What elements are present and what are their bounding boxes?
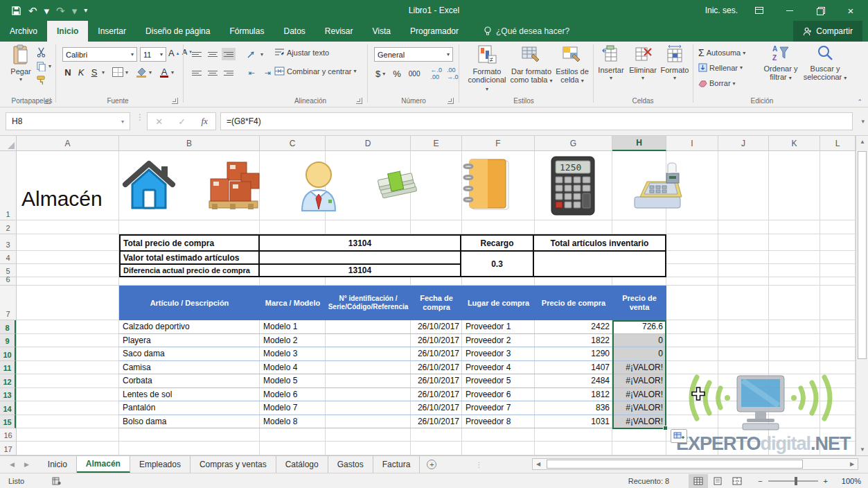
tab-diseno[interactable]: Diseño de página — [136, 21, 220, 42]
summary-value-valor-estimado[interactable] — [258, 250, 461, 265]
orientation-dropdown-icon[interactable]: ▾ — [260, 51, 263, 58]
row-header-17[interactable]: 17 — [0, 442, 16, 455]
expand-formula-bar-icon[interactable]: ▾ — [861, 118, 865, 125]
summary-value-diferencia[interactable]: 13104 — [258, 263, 461, 277]
formula-input[interactable]: =(G8*F4) — [220, 112, 853, 130]
vertical-scrollbar[interactable]: ▲ ▼ — [856, 136, 868, 455]
cell-articulo[interactable]: Bolso dama — [119, 415, 260, 428]
header-precio-venta[interactable]: Precio de venta — [612, 286, 666, 320]
format-painter-icon[interactable] — [36, 75, 46, 85]
page-break-view-icon[interactable] — [727, 474, 747, 488]
borders-icon[interactable] — [112, 67, 123, 77]
row-header-13[interactable]: 13 — [0, 388, 16, 402]
percent-button[interactable]: % — [393, 69, 401, 79]
sheet-tab-inicio[interactable]: Inicio — [39, 456, 77, 473]
column-header-I[interactable]: I — [666, 136, 718, 151]
cell-articulo[interactable]: Pantalón — [119, 401, 260, 415]
grow-font-button[interactable]: A▴ — [168, 48, 179, 58]
copy-dropdown-icon[interactable]: ▾ — [48, 63, 51, 69]
cell-precio-compra[interactable]: 1407 — [535, 361, 612, 374]
table-row[interactable]: Corbata Modelo 5 26/10/2017 Proveedor 5 … — [119, 374, 666, 388]
scroll-right-icon[interactable]: ▶ — [847, 461, 858, 467]
cash-register-icon[interactable] — [630, 158, 687, 212]
cell-identificacion[interactable] — [326, 334, 411, 347]
borders-dropdown-icon[interactable]: ▾ — [125, 69, 128, 76]
tab-datos[interactable]: Datos — [274, 21, 315, 42]
find-select-button[interactable]: Buscar y seleccionar ▾ — [802, 44, 848, 82]
row-header-9[interactable]: 9 — [0, 334, 16, 348]
zoom-percentage[interactable]: 100% — [833, 477, 861, 485]
sheet-tab-compras[interactable]: Compras y ventas — [191, 456, 276, 473]
recargo-value[interactable]: 0.3 — [460, 250, 534, 277]
row-header-4[interactable]: 4 — [0, 251, 16, 264]
macro-record-icon[interactable] — [52, 477, 61, 485]
table-row[interactable]: Lentes de sol Modelo 6 26/10/2017 Provee… — [119, 388, 666, 402]
row-header-10[interactable]: 10 — [0, 347, 16, 361]
inventario-value[interactable] — [533, 250, 666, 277]
tab-vista[interactable]: Vista — [363, 21, 400, 42]
conditional-formatting-button[interactable]: ≠ Formato condicional ▾ — [466, 44, 508, 94]
row-header-7[interactable]: 7 — [0, 286, 16, 320]
undo-dropdown-icon[interactable]: ▾ — [44, 6, 50, 16]
summary-value-total-compra[interactable]: 13104 — [258, 234, 461, 252]
recargo-label[interactable]: Recargo — [460, 234, 534, 252]
table-row[interactable]: Bolso dama Modelo 8 26/10/2017 Proveedor… — [119, 415, 666, 429]
merge-dropdown-icon[interactable]: ▾ — [354, 68, 357, 74]
table-row[interactable]: Calzado deportivo Modelo 1 26/10/2017 Pr… — [119, 320, 666, 334]
row-header-2[interactable]: 2 — [0, 220, 16, 234]
cell-identificacion[interactable] — [326, 361, 411, 374]
summary-label-valor-estimado[interactable]: Valor total estimado artículos — [119, 250, 260, 265]
save-icon[interactable] — [11, 6, 21, 16]
cell-lugar[interactable]: Proveedor 8 — [462, 415, 535, 428]
cell-identificacion[interactable] — [326, 320, 411, 333]
align-top-icon[interactable] — [190, 48, 204, 60]
name-box[interactable]: H8 ▾ — [6, 112, 130, 130]
zoom-in-button[interactable]: + — [824, 477, 828, 485]
row-header-6[interactable]: 6 — [0, 277, 16, 286]
page-layout-view-icon[interactable] — [708, 474, 727, 488]
next-sheet-icon[interactable]: ▶ — [24, 461, 29, 468]
row-header-3[interactable]: 3 — [0, 234, 16, 251]
font-name-select[interactable]: Calibri▾ — [62, 47, 137, 62]
column-header-C[interactable]: C — [260, 136, 326, 151]
cell-lugar[interactable]: Proveedor 5 — [462, 374, 535, 387]
sheet-tab-factura[interactable]: Factura — [373, 456, 420, 473]
cut-icon[interactable] — [36, 47, 46, 58]
cell-precio-compra[interactable]: 2484 — [535, 374, 612, 387]
column-header-J[interactable]: J — [718, 136, 769, 151]
scroll-down-icon[interactable]: ▼ — [856, 444, 868, 455]
vertical-scroll-thumb[interactable] — [858, 151, 867, 359]
cancel-formula-icon[interactable]: ✕ — [155, 116, 163, 127]
font-color-dropdown-icon[interactable]: ▾ — [171, 69, 174, 76]
restore-button[interactable] — [811, 3, 829, 17]
column-header-D[interactable]: D — [326, 136, 411, 151]
customize-qat-icon[interactable]: ▾ — [84, 7, 87, 14]
cell-precio-compra[interactable]: 1812 — [535, 388, 612, 401]
tab-programador[interactable]: Programador — [400, 21, 468, 42]
cell-precio-compra[interactable]: 1290 — [535, 347, 612, 360]
row-header-16[interactable]: 16 — [0, 428, 16, 442]
cell-lugar[interactable]: Proveedor 6 — [462, 388, 535, 401]
clipboard-dialog-launcher[interactable] — [44, 98, 51, 104]
select-all-corner[interactable] — [0, 136, 17, 151]
cell-fecha[interactable]: 26/10/2017 — [411, 374, 462, 387]
sheet-title-cell[interactable]: Almacén — [21, 187, 103, 211]
redo-dropdown-icon[interactable]: ▾ — [72, 6, 78, 16]
wrap-text-button[interactable]: Ajustar texto — [274, 48, 329, 57]
notebook-icon[interactable] — [460, 157, 515, 214]
format-as-table-button[interactable]: Dar formato como tabla ▾ — [510, 44, 553, 85]
ribbon-display-options-icon[interactable] — [750, 3, 768, 17]
header-precio-compra[interactable]: Precio de compra — [535, 286, 612, 320]
cell-marca[interactable]: Modelo 3 — [260, 347, 326, 360]
column-header-K[interactable]: K — [769, 136, 820, 151]
cell-fecha[interactable]: 26/10/2017 — [411, 347, 462, 360]
cell-precio-venta[interactable]: #¡VALOR! — [612, 401, 666, 415]
redo-icon[interactable]: ↷ — [56, 6, 65, 16]
row-header-11[interactable]: 11 — [0, 361, 16, 375]
cell-fecha[interactable]: 26/10/2017 — [411, 320, 462, 333]
table-row[interactable]: Saco dama Modelo 3 26/10/2017 Proveedor … — [119, 347, 666, 361]
cell-lugar[interactable]: Proveedor 1 — [462, 320, 535, 333]
row-header-15[interactable]: 15 — [0, 415, 16, 429]
tell-me-box[interactable]: ¿Qué desea hacer? — [484, 21, 569, 42]
undo-icon[interactable]: ↶ — [28, 6, 37, 16]
